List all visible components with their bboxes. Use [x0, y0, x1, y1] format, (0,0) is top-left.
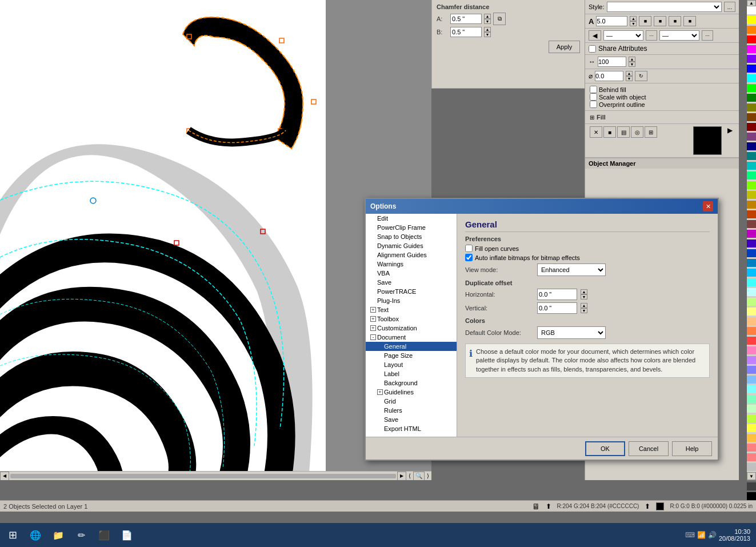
taskbar-app3-btn[interactable]: 📄: [117, 526, 137, 544]
palette-color-20[interactable]: [747, 201, 756, 209]
palette-color-35[interactable]: [747, 346, 756, 354]
fill-color-swatch[interactable]: [693, 126, 722, 155]
style-select[interactable]: [607, 2, 722, 12]
palette-color-16[interactable]: [747, 162, 756, 170]
palette-color-47[interactable]: [747, 463, 756, 471]
width-up[interactable]: ▲: [629, 57, 635, 62]
chamfer-b-up[interactable]: ▲: [484, 27, 491, 32]
horizontal-up[interactable]: ▲: [581, 289, 587, 294]
palette-color-15[interactable]: [747, 152, 756, 160]
chamfer-b-down[interactable]: ▼: [484, 32, 491, 37]
palette-color-1[interactable]: [747, 16, 756, 24]
tree-item-exporthtml[interactable]: Export HTML: [366, 424, 457, 433]
chamfer-a-spin[interactable]: ▲ ▼: [484, 14, 491, 24]
tree-item-background[interactable]: Background: [366, 378, 457, 388]
tree-item-label[interactable]: Label: [366, 369, 457, 378]
outline-style-3[interactable]: ■: [669, 16, 681, 26]
palette-color-9[interactable]: [747, 94, 756, 102]
more-arrow-btn2[interactable]: ···: [702, 30, 713, 41]
taskbar-ie-btn[interactable]: 🌐: [25, 526, 46, 544]
palette-color-50[interactable]: [747, 492, 756, 500]
share-attr-checkbox[interactable]: [589, 45, 596, 53]
outline-style-1[interactable]: ■: [639, 16, 651, 26]
tree-item-rulers[interactable]: Rulers: [366, 406, 457, 415]
palette-color-18[interactable]: [747, 181, 756, 189]
h-scrollbar[interactable]: ◀ ▶ ⟨ 🔍 ⟩: [0, 471, 431, 480]
start-button[interactable]: ⊞: [2, 526, 23, 544]
tree-item-save[interactable]: Save: [366, 278, 457, 287]
fill-linear-btn[interactable]: ▤: [617, 126, 630, 138]
tree-item-warnings[interactable]: Warnings: [366, 259, 457, 269]
behind-fill-checkbox[interactable]: [590, 86, 597, 93]
taskbar-app2-btn[interactable]: ⬛: [94, 526, 114, 544]
palette-color-17[interactable]: [747, 171, 756, 179]
palette-color-26[interactable]: [747, 259, 756, 267]
palette-color-7[interactable]: [747, 74, 756, 82]
tree-item-doc-save[interactable]: Save: [366, 415, 457, 424]
palette-color-29[interactable]: [747, 288, 756, 296]
chamfer-b-spin[interactable]: ▲ ▼: [484, 27, 491, 37]
tree-expand-guidelines[interactable]: +: [377, 389, 383, 395]
view-mode-select[interactable]: Enhanced Normal Draft Wireframe: [537, 263, 606, 276]
palette-color-44[interactable]: [747, 434, 756, 442]
palette-color-49[interactable]: [747, 482, 756, 490]
fill-radial-btn[interactable]: ◎: [631, 126, 643, 138]
horizontal-spin[interactable]: ▲ ▼: [581, 289, 587, 300]
tree-item-customization[interactable]: +Customization: [366, 324, 457, 333]
width-down[interactable]: ▼: [629, 62, 635, 67]
palette-up-btn[interactable]: ▲: [747, 0, 756, 6]
palette-color-28[interactable]: [747, 278, 756, 286]
chamfer-copy-btn[interactable]: ⧉: [493, 13, 506, 25]
palette-color-8[interactable]: [747, 84, 756, 92]
vertical-down[interactable]: ▼: [581, 308, 587, 313]
palette-color-38[interactable]: [747, 376, 756, 384]
palette-color-39[interactable]: [747, 385, 756, 393]
tree-item-powerclip[interactable]: PowerClip Frame: [366, 223, 457, 232]
palette-color-23[interactable]: [747, 230, 756, 238]
palette-color-30[interactable]: [747, 298, 756, 306]
font-size-up[interactable]: ▲: [630, 16, 637, 21]
palette-color-14[interactable]: [747, 142, 756, 150]
angle-up[interactable]: ▲: [626, 71, 633, 76]
color-sync-btn[interactable]: ↻: [635, 71, 647, 81]
palette-color-10[interactable]: [747, 103, 756, 111]
palette-color-32[interactable]: [747, 317, 756, 325]
tree-expand-document[interactable]: -: [370, 334, 376, 340]
help-button[interactable]: Help: [672, 441, 712, 456]
apply-button[interactable]: Apply: [549, 41, 580, 53]
palette-color-37[interactable]: [747, 366, 756, 374]
tree-item-alignment[interactable]: Alignment Guides: [366, 250, 457, 259]
tree-item-pagesize[interactable]: Page Size: [366, 351, 457, 360]
tree-item-dynamic[interactable]: Dynamic Guides: [366, 241, 457, 250]
auto-inflate-checkbox[interactable]: [465, 254, 473, 261]
palette-color-36[interactable]: [747, 356, 756, 364]
palette-color-6[interactable]: [747, 65, 756, 73]
tree-expand-toolbox[interactable]: +: [370, 316, 376, 322]
horizontal-down[interactable]: ▼: [581, 294, 587, 300]
chamfer-b-input[interactable]: [450, 27, 482, 37]
chamfer-a-input[interactable]: [450, 14, 482, 24]
palette-color-43[interactable]: [747, 424, 756, 432]
palette-color-33[interactable]: [747, 327, 756, 335]
arrow-left-btn[interactable]: ◀: [589, 30, 601, 41]
palette-color-25[interactable]: [747, 249, 756, 257]
palette-color-19[interactable]: [747, 191, 756, 199]
style-more-btn[interactable]: ...: [724, 2, 735, 12]
palette-color-11[interactable]: [747, 113, 756, 121]
vertical-spin[interactable]: ▲ ▼: [581, 303, 587, 313]
vertical-up[interactable]: ▲: [581, 303, 587, 308]
width-spin[interactable]: ▲ ▼: [629, 57, 635, 67]
fill-none-btn[interactable]: ✕: [590, 126, 602, 138]
chamfer-a-down[interactable]: ▼: [484, 19, 491, 24]
ok-button[interactable]: OK: [585, 441, 625, 456]
palette-color-12[interactable]: [747, 123, 756, 131]
fill-solid-btn[interactable]: ■: [603, 126, 616, 138]
dialog-close-button[interactable]: ✕: [703, 201, 713, 211]
tree-item-edit[interactable]: Edit: [366, 214, 457, 223]
outline-style-2[interactable]: ■: [654, 16, 666, 26]
taskbar-folder-btn[interactable]: 📁: [48, 526, 69, 544]
scroll-right-btn[interactable]: ▶: [397, 472, 406, 481]
palette-color-21[interactable]: [747, 210, 756, 218]
overprint-outline-checkbox[interactable]: [590, 101, 597, 108]
outline-style-4[interactable]: ■: [683, 16, 696, 26]
